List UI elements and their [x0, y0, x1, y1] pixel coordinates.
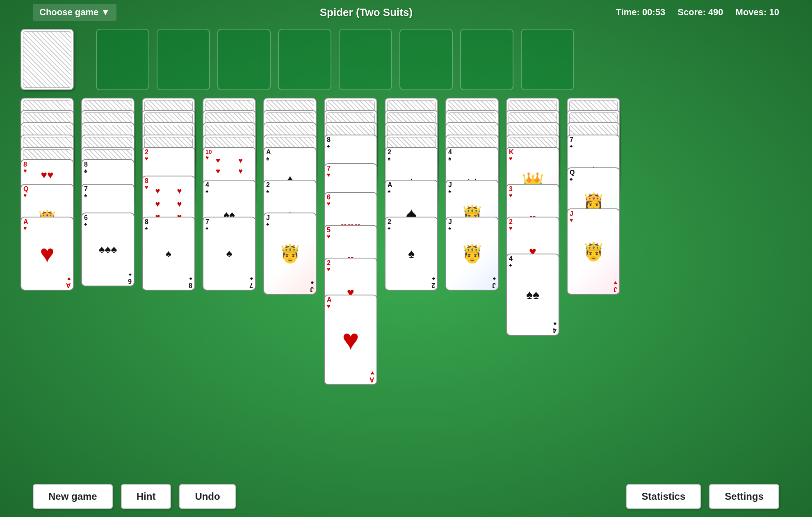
foundation-slot-8 — [521, 29, 574, 90]
column-4: 10♥ ♥♥♥♥♥♥♥♥♥♥ 10♥ 4♠ ♠♠ 4♠ 7♠ ♠ 7♠ — [203, 98, 256, 344]
card-2s-c7b[interactable]: 2♠ ♠ 2♠ — [385, 217, 438, 291]
game-area: 8♥ ♥♥♥♥♥♥♥♥ 8♥ Q♥ 👸 Q♥ A♥ ♥ A♥ — [0, 25, 812, 476]
statistics-button[interactable]: Statistics — [626, 484, 701, 509]
foundation-slot-4 — [278, 29, 331, 90]
card-7s-col4[interactable]: 7♠ ♠ 7♠ — [203, 217, 256, 291]
column-3: 2♥ ♥ 2♥ 8♥ ♥♥ ♥♥ ♥♥ ♥♥ 8♥ — [142, 98, 195, 344]
stock-pile[interactable] — [21, 29, 74, 90]
score-display: Score: 490 — [677, 7, 723, 18]
card-ah[interactable]: A♥ ♥ A♥ — [21, 217, 74, 291]
column-9: K♥ 👑 K♥ 3♥ ♥ 3♥ 2♥ ♥ 2♥ 4♠ — [506, 98, 559, 368]
undo-button[interactable]: Undo — [179, 484, 235, 509]
top-row — [21, 29, 791, 90]
columns-area: 8♥ ♥♥♥♥♥♥♥♥ 8♥ Q♥ 👸 Q♥ A♥ ♥ A♥ — [21, 98, 791, 409]
hint-button[interactable]: Hint — [121, 484, 171, 509]
column-7: 2♠ ♠ 2♠ A♠ ♠ A♠ 2♠ ♠ 2♠ — [385, 98, 438, 344]
column-10: 7♠ ♠ 7♠ Q♠ 👸 Q♠ J♥ 🤴 J♥ — [567, 98, 620, 344]
choose-game-button[interactable]: Choose game ▼ — [33, 4, 116, 21]
new-game-button[interactable]: New game — [33, 484, 113, 509]
settings-button[interactable]: Settings — [709, 484, 779, 509]
foundation-slot-6 — [399, 29, 453, 90]
footer: New game Hint Undo Statistics Settings — [0, 476, 812, 517]
foundation-slot-5 — [339, 29, 392, 90]
footer-left-buttons: New game Hint Undo — [33, 484, 236, 509]
footer-right-buttons: Statistics Settings — [626, 484, 779, 509]
header: Choose game ▼ Spider (Two Suits) Time: 0… — [0, 0, 812, 25]
column-6: 8♠ ♠ 8♠ 7♥ ♥ 7♥ 6♥ ♥♥♥ 6♥ 5♥ — [324, 98, 377, 409]
column-2: 8♠ ♠♠♠♠ 8♠ 7♠ ♠ 7♠ 6♠ ♠♠♠ 6♠ — [81, 98, 135, 344]
card-ah-c6[interactable]: A♥ ♥ A♥ — [324, 295, 377, 385]
card-js-c8b[interactable]: J♠ 🤴 J♠ — [445, 217, 499, 291]
column-8: 4♠ ♠♠ 4♠ J♠ 🤴 J♠ J♠ 🤴 J♠ — [445, 98, 499, 344]
card-6s[interactable]: 6♠ ♠♠♠ 6♠ — [81, 213, 135, 286]
game-stats: Time: 00:53 Score: 490 Moves: 10 — [616, 7, 779, 18]
moves-display: Moves: 10 — [736, 7, 779, 18]
foundation-slot-7 — [460, 29, 513, 90]
game-title: Spider (Two Suits) — [320, 6, 413, 19]
time-display: Time: 00:53 — [616, 7, 666, 18]
card-jh[interactable]: J♥ 🤴 J♥ — [567, 208, 620, 295]
foundation-slot-1 — [96, 29, 149, 90]
card-js-col5[interactable]: J♠ 🤴 J♠ — [263, 213, 317, 295]
foundation-slot-2 — [157, 29, 210, 90]
column-1: 8♥ ♥♥♥♥♥♥♥♥ 8♥ Q♥ 👸 Q♥ A♥ ♥ A♥ — [21, 98, 74, 352]
foundation-slot-3 — [217, 29, 271, 90]
card-8s-col3[interactable]: 8♠ ♠ 8♠ — [142, 217, 195, 291]
card-4s-c9[interactable]: 4♠ ♠♠ 4♠ — [506, 254, 559, 336]
column-5: A♠ ♠ A♠ 2♠ ♠ 2♠ J♠ 🤴 J♠ — [263, 98, 317, 344]
